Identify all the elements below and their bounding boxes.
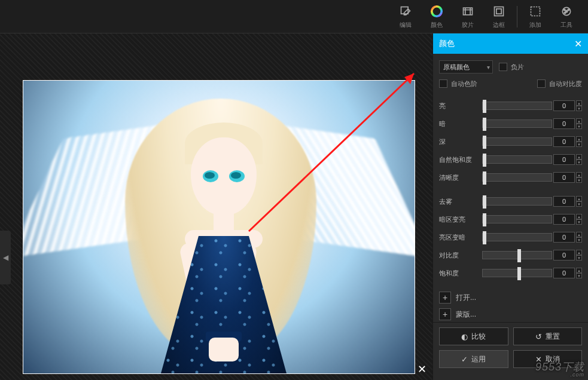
spin-up[interactable]: ▲ [576,118,582,124]
spin-up[interactable]: ▲ [576,154,582,160]
auto-contrast-label: 自动对比度 [549,79,582,88]
spin-down[interactable]: ▼ [576,106,582,111]
tool-frame[interactable]: 边框 [483,2,514,31]
spin-up[interactable]: ▲ [576,100,582,106]
tools-icon [559,4,574,19]
spin-down[interactable]: ▼ [576,219,582,225]
slider-label: 亮区变暗 [439,233,482,242]
spin-up[interactable]: ▲ [576,136,582,142]
slider-track[interactable] [482,197,552,206]
slider-row: 对比度▲▼ [439,247,582,263]
image-preview[interactable] [23,80,415,374]
prev-image-button[interactable]: ◀ [0,231,11,284]
slider-row: 饱和度▲▼ [439,265,582,281]
slider-row: 亮区变暗▲▼ [439,229,582,245]
tool-edit[interactable]: 编辑 [390,2,421,31]
slider-track[interactable] [482,233,552,241]
auto-contrast-checkbox[interactable]: 自动对比度 [537,79,582,88]
slider-label: 对比度 [439,251,482,260]
slider-label: 暗 [439,119,482,128]
preset-value: 原稿颜色 [443,63,470,72]
slider-spinner[interactable]: ▲▼ [576,136,582,147]
slider-value-input[interactable] [553,250,575,261]
tool-film[interactable]: 胶片 [452,2,483,31]
slider-track[interactable] [482,102,552,110]
tool-label: 边框 [493,21,505,29]
slider-value-input[interactable] [553,100,575,111]
spin-up[interactable]: ▲ [576,196,582,201]
spin-up[interactable]: ▲ [576,268,582,273]
slider-track[interactable] [482,173,552,182]
svg-rect-4 [496,8,501,13]
slider-value-input[interactable] [553,154,575,165]
auto-tone-label: 自动色阶 [451,79,477,88]
slider-spinner[interactable]: ▲▼ [576,172,582,183]
spin-down[interactable]: ▼ [576,255,582,261]
spin-up[interactable]: ▲ [576,250,582,255]
slider-label: 饱和度 [439,269,482,278]
slider-spinner[interactable]: ▲▼ [576,250,582,261]
spin-down[interactable]: ▼ [576,237,582,243]
slider-spinner[interactable]: ▲▼ [576,268,582,278]
slider-spinner[interactable]: ▲▼ [576,154,582,165]
slider-spinner[interactable]: ▲▼ [576,196,582,207]
panel-close-button[interactable]: ✕ [574,38,582,50]
slider-row: 清晰度▲▼ [439,170,582,185]
svg-point-8 [563,9,565,11]
preset-dropdown[interactable]: 原稿颜色 [439,60,493,73]
reset-button[interactable]: ↺ 重置 [513,327,583,345]
slider-track[interactable] [482,269,552,277]
compare-label: 比较 [471,332,486,342]
slider-track[interactable] [482,251,552,259]
edit-icon [398,4,413,19]
spin-up[interactable]: ▲ [576,214,582,219]
slider-row: 暗▲▼ [439,116,582,131]
slider-value-input[interactable] [553,196,575,207]
tool-add[interactable]: 添加 [520,2,551,31]
slider-spinner[interactable]: ▲▼ [576,118,582,129]
tool-label: 胶片 [462,21,474,29]
slider-label: 自然饱和度 [439,155,482,164]
spin-down[interactable]: ▼ [576,273,582,278]
spin-up[interactable]: ▲ [576,172,582,177]
cancel-button[interactable]: ✕ 取消 [513,350,583,368]
spin-down[interactable]: ▼ [576,177,582,183]
slider-spinner[interactable]: ▲▼ [576,100,582,111]
compare-icon: ◐ [461,332,468,341]
checkbox-box [537,79,546,88]
spin-down[interactable]: ▼ [576,142,582,147]
plus-icon: + [439,292,451,304]
spin-down[interactable]: ▼ [576,160,582,165]
slider-value-input[interactable] [553,172,575,183]
slider-value-input[interactable] [553,232,575,243]
slider-label: 深 [439,137,482,146]
spin-down[interactable]: ▼ [576,201,582,207]
tool-tools[interactable]: 工具 [551,2,582,31]
slider-track[interactable] [482,155,552,164]
slider-spinner[interactable]: ▲▼ [576,214,582,225]
slider-track[interactable] [482,137,552,146]
slider-value-input[interactable] [553,136,575,147]
slider-track[interactable] [482,215,552,223]
spin-up[interactable]: ▲ [576,232,582,237]
negative-checkbox[interactable]: 负片 [499,63,524,72]
slider-track[interactable] [482,119,552,128]
film-icon [461,4,475,19]
slider-spinner[interactable]: ▲▼ [576,232,582,243]
slider-label: 去雾 [439,197,482,206]
auto-tone-checkbox[interactable]: 自动色阶 [439,79,477,88]
slider-label: 暗区变亮 [439,215,482,224]
slider-value-input[interactable] [553,214,575,225]
tool-label: 添加 [529,21,541,29]
open-preset-button[interactable]: + 打开... [439,289,582,306]
tool-color[interactable]: 颜色 [421,2,452,31]
spin-down[interactable]: ▼ [576,124,582,129]
compare-button[interactable]: ◐ 比较 [439,327,508,345]
open-label: 打开... [456,293,476,303]
slider-row: 亮▲▼ [439,98,582,114]
slider-value-input[interactable] [553,268,575,278]
mask-button[interactable]: + 蒙版... [439,306,582,322]
close-image-button[interactable]: ✕ [415,362,429,376]
slider-value-input[interactable] [553,118,575,129]
apply-button[interactable]: ✓ 运用 [439,350,508,368]
